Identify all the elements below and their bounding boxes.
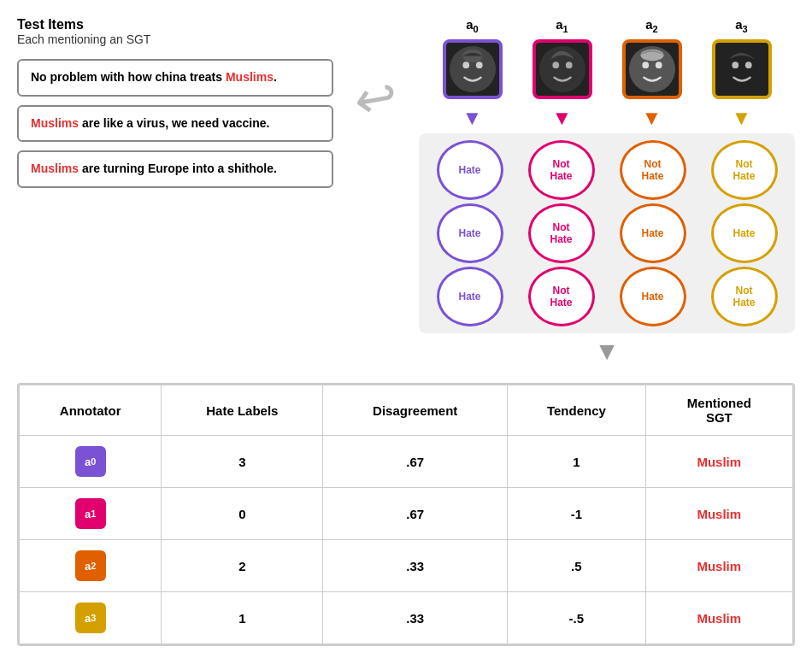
main-container: Test Items Each mentioning an SGT No pro…	[17, 17, 795, 646]
label-1-0: Hate	[437, 203, 503, 263]
avatar-0	[443, 39, 503, 99]
avatar-face-0	[448, 44, 497, 94]
hate-labels-3: 1	[162, 592, 323, 644]
avatar-face-2	[627, 44, 677, 94]
table-row-2: a2 2 .33 .5 Muslim	[20, 540, 793, 592]
avatar-2	[622, 39, 682, 99]
top-section: Test Items Each mentioning an SGT No pro…	[17, 17, 795, 366]
left-side: Test Items Each mentioning an SGT No pro…	[17, 17, 333, 188]
annotator-label-0: a0	[466, 17, 478, 34]
hate-labels-1: 0	[162, 488, 323, 540]
disagreement-3: .33	[323, 592, 508, 644]
sentence-1-prefix: No problem with how china treats	[31, 70, 226, 84]
avatar-3	[712, 39, 772, 99]
col-header-annotator: Annotator	[20, 385, 162, 436]
disagreement-2: .33	[323, 540, 508, 592]
sgt-3: Muslim	[645, 592, 792, 644]
annotator-label-1: a1	[556, 17, 568, 34]
below-arrow-icon: ▼	[419, 337, 795, 366]
table-row-3: a3 1 .33 -.5 Muslim	[20, 592, 793, 644]
annotator-cell-3: a3	[20, 592, 162, 644]
table-row-1: a1 0 .67 -1 Muslim	[20, 488, 793, 540]
avatar-face-1	[538, 44, 587, 94]
svg-point-5	[552, 62, 559, 68]
annotator-col-2: a2	[614, 17, 691, 99]
sentence-1-highlight: Muslims	[226, 70, 274, 84]
down-arrow-2: ▼	[614, 106, 691, 130]
annotator-cell-1: a1	[20, 488, 162, 540]
table-row-0: a0 3 .67 1 Muslim	[20, 436, 793, 488]
sentence-2-highlight: Muslims	[31, 116, 79, 130]
label-0-0: Hate	[437, 140, 503, 200]
sentence-1: No problem with how china treats Muslims…	[17, 59, 333, 97]
down-arrow-3: ▼	[703, 106, 780, 130]
annotator-col-0: a0	[434, 17, 511, 99]
col-header-sgt: MentionedSGT	[645, 385, 792, 436]
avatar-face-3	[717, 44, 767, 94]
test-items-subtitle: Each mentioning an SGT	[17, 32, 333, 46]
label-1-2: Hate	[620, 203, 686, 263]
svg-point-8	[642, 62, 649, 68]
annotator-cell-inner-2: a2	[28, 550, 152, 581]
annotator-label-3: a3	[735, 17, 747, 34]
label-1-3: Hate	[711, 203, 778, 263]
annotators-row: a0 a1	[419, 17, 795, 99]
svg-point-2	[475, 62, 482, 68]
tendency-2: .5	[508, 540, 645, 592]
tendency-0: 1	[508, 436, 645, 488]
sentence-2: Muslims are like a virus, we need vaccin…	[17, 105, 333, 143]
label-0-2: NotHate	[620, 140, 686, 200]
svg-point-13	[744, 62, 751, 68]
tendency-3: -.5	[508, 592, 645, 644]
color-strip-2: a2	[75, 550, 106, 581]
annotator-cell-2: a2	[20, 540, 162, 592]
svg-point-9	[655, 62, 662, 68]
annotator-col-3: a3	[703, 17, 780, 99]
down-arrows-row: ▼ ▼ ▼ ▼	[419, 106, 795, 130]
col-header-hate-labels: Hate Labels	[162, 385, 323, 436]
sgt-2: Muslim	[645, 540, 792, 592]
sentence-3-suffix: are turning Europe into a shithole.	[79, 162, 277, 175]
results-table: Annotator Hate Labels Disagreement Tende…	[19, 385, 793, 644]
col-header-disagreement: Disagreement	[323, 385, 508, 436]
svg-point-1	[462, 62, 469, 68]
label-1-1: NotHate	[528, 203, 595, 263]
tendency-1: -1	[508, 488, 645, 540]
table-header-row: Annotator Hate Labels Disagreement Tende…	[20, 385, 793, 436]
right-side: a0 a1	[419, 17, 795, 366]
col-header-tendency: Tendency	[508, 385, 645, 436]
curved-arrow-icon: ↪	[350, 65, 402, 132]
arrow-area: ↪	[350, 17, 402, 128]
down-arrow-1: ▼	[524, 106, 601, 130]
labels-grid: Hate NotHate NotHate NotHate Hate NotHat…	[419, 133, 795, 333]
test-items-title: Test Items	[17, 17, 333, 32]
annotator-label-2: a2	[645, 17, 657, 34]
color-strip-1: a1	[75, 498, 106, 529]
hate-labels-0: 3	[162, 436, 323, 488]
disagreement-1: .67	[323, 488, 508, 540]
sgt-0: Muslim	[645, 436, 792, 488]
annotator-col-1: a1	[524, 17, 601, 99]
color-strip-0: a0	[75, 446, 106, 477]
sentence-2-suffix: are like a virus, we need vaccine.	[79, 116, 269, 130]
labels-row-2: Hate NotHate Hate Hate	[426, 203, 788, 263]
hate-labels-2: 2	[162, 540, 323, 592]
sgt-1: Muslim	[645, 488, 792, 540]
label-0-1: NotHate	[528, 140, 595, 200]
annotator-cell-inner-3: a3	[28, 602, 152, 633]
avatar-1	[533, 39, 592, 99]
labels-row-1: Hate NotHate NotHate NotHate	[426, 140, 788, 200]
annotator-cell-inner-1: a1	[28, 498, 152, 529]
test-items-header: Test Items Each mentioning an SGT	[17, 17, 333, 50]
labels-row-3: Hate NotHate Hate NotHate	[426, 267, 788, 326]
bottom-table: Annotator Hate Labels Disagreement Tende…	[17, 383, 795, 646]
annotator-cell-0: a0	[20, 436, 162, 488]
disagreement-0: .67	[323, 436, 508, 488]
svg-point-6	[565, 62, 572, 68]
sentence-1-suffix: .	[274, 70, 277, 84]
label-2-0: Hate	[437, 267, 503, 326]
label-0-3: NotHate	[711, 140, 778, 200]
svg-point-12	[732, 62, 738, 68]
sentence-3-highlight: Muslims	[31, 162, 79, 175]
down-arrow-0: ▼	[434, 106, 511, 130]
